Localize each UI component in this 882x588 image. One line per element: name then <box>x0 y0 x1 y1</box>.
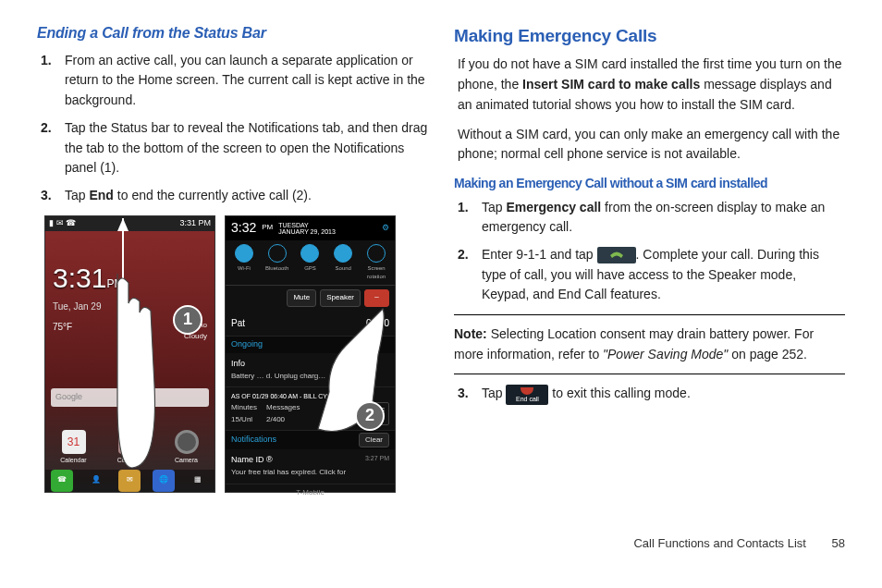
phone-home-screenshot: ▮ ✉ ☎ 3:31 PM 3:31PM Tue, Jan 29 75°F Pl… <box>44 215 215 493</box>
rstep-2: 2. Enter 9-1-1 and tap . Complete your c… <box>482 245 845 305</box>
right-column: Making Emergency Calls If you do not hav… <box>454 22 845 536</box>
steps-left: 1. From an active call, you can launch a… <box>37 51 428 206</box>
page: Ending a Call from the Status Bar 1. Fro… <box>0 0 882 536</box>
nav-phone-icon: ☎ <box>51 470 73 492</box>
svg-marker-1 <box>117 218 129 231</box>
heading-ending-call: Ending a Call from the Status Bar <box>37 22 428 45</box>
note-block: Note: Selecting Location consent may dra… <box>454 325 845 364</box>
rule-bottom <box>454 374 845 374</box>
rule-top <box>454 314 845 315</box>
step-3: 3. Tap End to end the currently active c… <box>65 186 428 206</box>
callout-badge-1: 1 <box>173 305 202 335</box>
step-1: 1. From an active call, you can launch a… <box>65 51 428 111</box>
page-footer: Call Functions and Contacts List 58 <box>0 536 882 550</box>
footer-section-title: Call Functions and Contacts List <box>633 536 805 550</box>
notif-nameid: Name ID ® 3:27 PM Your free trial has ex… <box>226 449 395 484</box>
emergency-p1: If you do not have a SIM card installed … <box>458 55 845 115</box>
steps-right: 1. Tap Emergency call from the on-screen… <box>454 198 845 305</box>
step-2: 2. Tap the Status bar to reveal the Noti… <box>65 118 428 178</box>
carrier-label: T-Mobile <box>226 484 395 501</box>
status-left-icons: ▮ ✉ ☎ <box>49 217 76 230</box>
end-call-icon: End call <box>506 385 548 405</box>
steps-right-cont: 3. Tap End call to exit this calling mod… <box>454 384 845 404</box>
step-3-post: to end the currently active call (2). <box>114 188 312 202</box>
note-label: Note: <box>454 326 487 341</box>
rstep-1: 1. Tap Emergency call from the on-screen… <box>482 198 845 238</box>
quick-toggles: Wi-Fi Bluetooth GPS Sound Screen rotatio… <box>226 240 395 287</box>
step-3-bold: End <box>89 188 113 202</box>
step-2-text: Tap the Status bar to reveal the Notific… <box>65 120 427 175</box>
heading-emergency: Making Emergency Calls <box>454 22 845 49</box>
temp: 75°F <box>53 320 72 343</box>
step-1-text: From an active call, you can launch a se… <box>65 53 425 107</box>
left-column: Ending a Call from the Status Bar 1. Fro… <box>37 22 428 536</box>
app-camera: Camera <box>173 430 201 466</box>
hand-drag-icon <box>86 218 160 477</box>
page-number: 58 <box>832 536 845 550</box>
step-3-pre: Tap <box>65 188 89 202</box>
emergency-p2: Without a SIM card, you can only make an… <box>458 125 845 165</box>
rstep-3: 3. Tap End call to exit this calling mod… <box>482 384 845 404</box>
notif-top-meta: 3:32 PM TUESDAY JANUARY 29, 2013 ⚙ <box>226 216 395 240</box>
screenshots: ▮ ✉ ☎ 3:31 PM 3:31PM Tue, Jan 29 75°F Pl… <box>44 215 428 493</box>
gear-icon: ⚙ <box>382 222 389 235</box>
nav-apps-icon: ▦ <box>187 470 209 492</box>
app-calendar: 31 Calendar <box>60 430 88 466</box>
status-time: 3:31 PM <box>179 217 211 230</box>
subheading-no-sim: Making an Emergency Call without a SIM c… <box>454 174 845 194</box>
phone-notif-screenshot: 3:32 PM TUESDAY JANUARY 29, 2013 ⚙ Wi-Fi… <box>225 215 396 493</box>
dial-call-icon <box>597 247 636 263</box>
callout-badge-2: 2 <box>355 401 385 431</box>
